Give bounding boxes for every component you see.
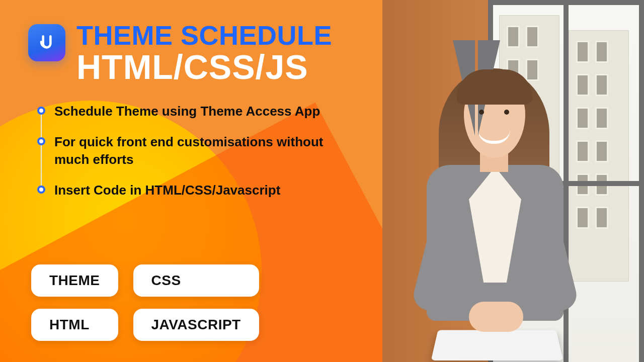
tag-javascript: JAVASCRIPT	[133, 309, 259, 341]
feature-item: Insert Code in HTML/CSS/Javascript	[37, 182, 359, 199]
headline-primary: THEME SCHEDULE	[76, 21, 332, 50]
feature-item: Schedule Theme using Theme Access App	[37, 103, 359, 120]
tag-css: CSS	[133, 264, 259, 297]
tag-html: HTML	[31, 309, 118, 341]
promo-banner: THEME SCHEDULE HTML/CSS/JS Schedule Them…	[0, 0, 644, 362]
feature-list: Schedule Theme using Theme Access App Fo…	[37, 103, 644, 199]
feature-text: For quick front end customisations witho…	[54, 133, 359, 168]
headline-secondary: HTML/CSS/JS	[76, 50, 332, 84]
header: THEME SCHEDULE HTML/CSS/JS	[28, 21, 644, 84]
feature-text: Schedule Theme using Theme Access App	[54, 103, 359, 120]
tag-grid: THEME CSS HTML JAVASCRIPT	[31, 264, 259, 341]
feature-item: For quick front end customisations witho…	[37, 133, 359, 168]
feature-text: Insert Code in HTML/CSS/Javascript	[54, 182, 359, 199]
tag-theme: THEME	[31, 264, 118, 297]
app-logo-icon	[28, 24, 65, 61]
